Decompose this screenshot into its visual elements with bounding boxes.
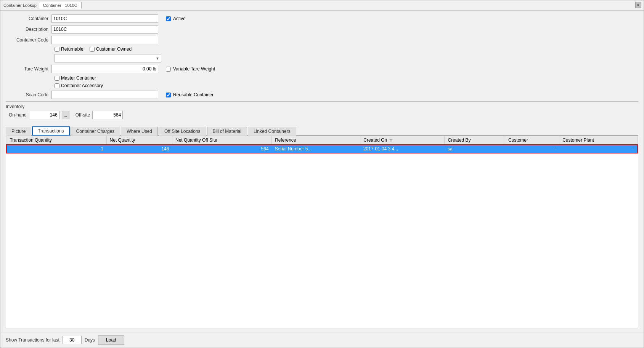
created-on-label: Created On — [363, 137, 387, 143]
offsite-input[interactable] — [92, 111, 123, 119]
inventory-section: Inventory On-hand ... Off-site — [6, 101, 638, 119]
offsite-field: Off-site — [75, 111, 123, 119]
tare-weight-row: Tare Weight Variable Tare Weight — [6, 65, 638, 73]
sort-icon: ▽ — [390, 139, 392, 142]
tab-off-site-locations[interactable]: Off Site Locations — [159, 127, 206, 136]
tabs-bar: Picture Transactions Container Charges W… — [6, 126, 638, 136]
container-accessory-label: Container Accessory — [61, 83, 103, 88]
master-container-label: Master Container — [61, 75, 96, 81]
variable-tare-checkbox[interactable] — [166, 67, 171, 72]
dropdown-select[interactable]: ▼ — [55, 54, 161, 62]
col-customer[interactable]: Customer — [505, 136, 559, 145]
customer-owned-checkbox[interactable] — [90, 47, 95, 52]
col-created-on[interactable]: Created On ▽ — [360, 136, 445, 145]
container-code-input[interactable] — [51, 36, 158, 44]
container-code-row: Container Code — [6, 36, 638, 44]
scan-code-label: Scan Code — [6, 92, 51, 97]
active-section: Active — [166, 16, 186, 21]
container-code-label: Container Code — [6, 37, 51, 43]
title-bar: Container Lookup Container - 1010C × — [0, 0, 644, 11]
on-hand-field: On-hand ... — [9, 111, 69, 119]
tab-picture[interactable]: Picture — [6, 127, 31, 136]
container-accessory-row: Container Accessory — [55, 83, 638, 88]
close-button[interactable]: × — [635, 2, 641, 8]
variable-tare-label: Variable Tare Weight — [173, 66, 215, 72]
container-input[interactable] — [51, 14, 158, 23]
inventory-row: On-hand ... Off-site — [9, 111, 638, 119]
returnable-item: Returnable — [55, 46, 84, 52]
cell-net-quantity-off-site: 564 — [172, 145, 271, 153]
container-label: Container — [6, 16, 51, 21]
days-input[interactable] — [63, 336, 82, 344]
tare-weight-label: Tare Weight — [6, 66, 51, 72]
master-container-item: Master Container — [55, 75, 96, 81]
returnable-label: Returnable — [61, 46, 84, 52]
inventory-label: Inventory — [6, 104, 638, 109]
tab-linked-containers[interactable]: Linked Containers — [248, 127, 296, 136]
main-content: Container Active Description Container C… — [0, 11, 644, 332]
days-label: Days — [85, 337, 95, 343]
container-accessory-item: Container Accessory — [55, 83, 103, 88]
cell-net-quantity: 146 — [106, 145, 172, 153]
description-label: Description — [6, 27, 51, 32]
col-created-by[interactable]: Created By — [445, 136, 505, 145]
container-accessory-checkbox[interactable] — [55, 83, 59, 88]
cell-customer-plant: - — [559, 145, 638, 153]
on-hand-label: On-hand — [9, 112, 27, 118]
tab-content-transactions: Transaction Quantity Net Quantity Net Qu… — [6, 136, 638, 328]
customer-owned-item: Customer Owned — [90, 46, 132, 52]
reusable-section: Reusable Container — [166, 92, 214, 97]
cell-created-by: sa — [445, 145, 505, 153]
col-transaction-quantity[interactable]: Transaction Quantity — [6, 136, 106, 145]
main-window: Container Lookup Container - 1010C × Con… — [0, 0, 644, 348]
variable-tare-section: Variable Tare Weight — [166, 66, 215, 72]
col-net-quantity-off-site[interactable]: Net Quantity Off Site — [172, 136, 271, 145]
customer-owned-label: Customer Owned — [96, 46, 132, 52]
returnable-checkbox[interactable] — [55, 47, 59, 52]
tab-bill-of-material[interactable]: Bill of Material — [207, 127, 247, 136]
window-tab[interactable]: Container - 1010C — [39, 2, 82, 9]
tab-where-used[interactable]: Where Used — [121, 127, 158, 136]
col-net-quantity[interactable]: Net Quantity — [106, 136, 172, 145]
cell-transaction-quantity: -1 — [6, 145, 106, 153]
scan-code-row: Scan Code Reusable Container — [6, 91, 638, 99]
cell-reference: Serial Number 5... — [272, 145, 360, 153]
transactions-table: Transaction Quantity Net Quantity Net Qu… — [6, 136, 638, 153]
scan-code-input[interactable] — [51, 91, 158, 99]
description-input[interactable] — [51, 25, 158, 34]
form-section: Container Active Description Container C… — [6, 14, 638, 122]
active-label: Active — [173, 16, 186, 21]
tab-transactions[interactable]: Transactions — [32, 126, 69, 136]
on-hand-input[interactable] — [29, 111, 59, 119]
active-checkbox[interactable] — [166, 16, 171, 21]
load-button[interactable]: Load — [98, 335, 124, 345]
cell-created-on: 2017-01-04 3:4... — [360, 145, 445, 153]
table-row[interactable]: -1 146 564 Serial Number 5... 2017-01-04… — [6, 145, 638, 153]
col-reference[interactable]: Reference — [272, 136, 360, 145]
offsite-label: Off-site — [75, 112, 90, 118]
tab-container-charges[interactable]: Container Charges — [71, 127, 120, 136]
table-header-row: Transaction Quantity Net Quantity Net Qu… — [6, 136, 638, 145]
reusable-checkbox[interactable] — [166, 93, 171, 97]
col-customer-plant[interactable]: Customer Plant — [559, 136, 638, 145]
reusable-label: Reusable Container — [173, 92, 214, 97]
description-row: Description — [6, 25, 638, 34]
bottom-bar: Show Transactions for last Days Load — [0, 332, 644, 348]
master-container-checkbox[interactable] — [55, 76, 59, 81]
checkbox-row: Returnable Customer Owned — [55, 46, 638, 52]
window-title: Container Lookup — [3, 3, 37, 8]
tare-weight-input[interactable] — [51, 65, 158, 73]
container-row: Container Active — [6, 14, 638, 23]
dropdown-arrow-icon: ▼ — [156, 56, 159, 61]
on-hand-button[interactable]: ... — [62, 111, 69, 119]
show-transactions-label: Show Transactions for last — [6, 337, 59, 343]
tabs-container: Picture Transactions Container Charges W… — [6, 126, 638, 328]
dropdown-row: ▼ — [55, 54, 638, 62]
transactions-table-container: Transaction Quantity Net Quantity Net Qu… — [6, 136, 638, 328]
master-container-row: Master Container — [55, 75, 638, 81]
cell-customer: - — [505, 145, 559, 153]
